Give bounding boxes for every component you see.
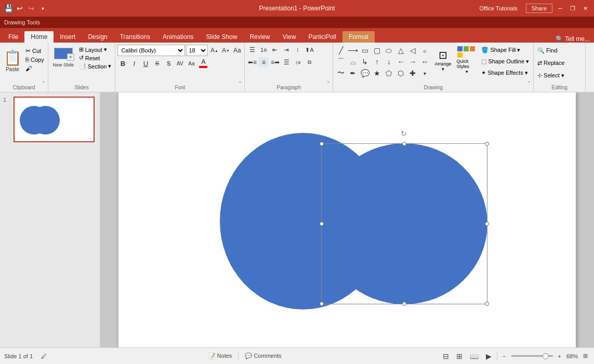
handle-tl[interactable] [320,142,324,146]
handle-ml[interactable] [320,222,324,226]
tab-home[interactable]: Home [24,31,54,43]
handle-br[interactable] [485,302,489,306]
rounded-rect-btn[interactable]: ▢ [371,45,382,56]
callout-btn[interactable]: 💬 [359,68,371,79]
tab-slideshow[interactable]: Slide Show [200,31,243,43]
decrease-indent-btn[interactable]: ⇤ [270,45,280,55]
paragraph-expand-icon[interactable]: ⌄ [326,78,331,84]
tab-file[interactable]: File [2,31,24,43]
comments-btn[interactable]: 💬 Comments [243,352,283,360]
larrow-btn[interactable]: ← [395,56,406,68]
new-slide-btn[interactable]: + New Slide [50,45,76,76]
select-btn[interactable]: ⊹ Select▾ [536,70,566,81]
dbarrow-btn[interactable]: ↔ [419,56,430,68]
columns-btn[interactable]: ⫶ [293,45,303,55]
scribble-btn[interactable]: ✒ [347,68,359,79]
more-shapes-btn[interactable]: ▾ [419,68,430,79]
decrease-font-btn[interactable]: A▼ [220,45,231,56]
shape-fill-btn[interactable]: 🪣 Shape Fill▾ [479,45,531,55]
shape-outline-btn[interactable]: ⬚ Shape Outline▾ [479,56,531,66]
restore-btn[interactable]: ❐ [568,4,577,13]
shape-effects-btn[interactable]: ✦ Shape Effects▾ [479,68,531,78]
slide-sorter-btn[interactable]: ⊞ [454,351,465,361]
change-case-btn[interactable]: Aa [186,58,196,69]
notes-btn[interactable]: 📝 Notes [206,352,234,360]
quick-styles-btn[interactable]: Quick Styles ▾ [455,45,478,76]
tab-format[interactable]: Format [342,31,375,43]
zoom-slider[interactable] [511,352,553,360]
normal-view-btn[interactable]: ⊟ [441,351,451,361]
tab-insert[interactable]: Insert [54,31,82,43]
strikethrough-btn[interactable]: S [152,58,162,69]
shadow-btn[interactable]: S [163,58,174,69]
align-center-btn[interactable]: ≡ [258,57,269,68]
arc-shape-btn[interactable]: ⌓ [347,56,359,68]
format-painter-btn[interactable]: 🖌 [24,64,46,73]
align-left-btn[interactable]: ⬅≡ [247,57,257,68]
text-direction-btn[interactable]: ⬆A [304,45,314,55]
zoom-in-btn[interactable]: + [556,352,563,360]
smart-art-btn[interactable]: ⧉ [304,57,314,68]
line-spacing-btn[interactable]: ↕≡ [293,57,303,68]
font-name-select[interactable]: Calibri (Body) [117,45,185,56]
office-tutorials-btn[interactable]: Office Tutorials [474,4,522,12]
cut-btn[interactable]: ✂ Cut [24,47,46,55]
increase-indent-btn[interactable]: ⇥ [281,45,292,55]
customize-quick-access-icon[interactable]: ▾ [38,4,47,12]
font-size-select[interactable]: 18 [186,45,208,56]
fit-slide-btn[interactable]: ⊞ [581,352,590,360]
increase-font-btn[interactable]: A▲ [209,45,219,56]
minimize-btn[interactable]: ─ [556,4,565,13]
handle-tm[interactable] [402,142,406,146]
save-icon[interactable]: 💾 [4,4,12,12]
pentagon-btn[interactable]: ⬠ [383,68,394,79]
numbering-btn[interactable]: 1≡ [258,45,269,55]
paste-btn[interactable]: 📋 Paste [2,45,23,76]
hexagon-btn[interactable]: ⬡ [395,68,406,79]
handle-tr[interactable] [485,142,489,146]
tab-design[interactable]: Design [82,31,113,43]
arrow-shape-btn[interactable]: ⟶ [347,45,359,56]
tab-transitions[interactable]: Transitions [114,31,156,43]
zoom-out-btn[interactable]: − [500,352,508,360]
handle-bl[interactable] [320,302,324,306]
italic-btn[interactable]: I [129,58,139,69]
slide-canvas[interactable]: ↻ [118,92,576,347]
reset-btn[interactable]: ↺ Reset [77,54,113,62]
drawing-expand-icon[interactable]: ⌄ [527,78,531,84]
line-shape-btn[interactable]: ╱ [335,45,347,56]
handle-bm[interactable] [402,302,406,306]
notes-accessibility-btn[interactable]: 🖊 [39,352,49,360]
clipboard-expand-icon[interactable]: ⌄ [42,78,46,84]
font-color-btn[interactable]: A [197,58,209,69]
uarrow-btn[interactable]: ↑ [371,56,382,68]
underline-btn[interactable]: U [140,58,151,69]
rotate-handle[interactable]: ↻ [401,129,408,137]
find-btn[interactable]: 🔍 Find [536,45,559,56]
bent-arrow-btn[interactable]: ↳ [359,56,371,68]
tab-view[interactable]: View [276,31,302,43]
tab-participoll[interactable]: ParticiPoll [302,31,342,43]
close-btn[interactable]: ✕ [580,4,590,13]
freeform-btn[interactable]: 〜 [335,68,347,79]
arrange-btn[interactable]: ⊡ Arrange ▾ [431,45,454,76]
layout-btn[interactable]: ⊞ Layout▾ [77,46,113,53]
bullets-btn[interactable]: ☰ [247,45,257,55]
slideshow-btn[interactable]: ▶ [484,351,494,361]
section-btn[interactable]: 📑 Section▾ [77,62,113,70]
rect-shape-btn[interactable]: ▭ [359,45,371,56]
rarrow-btn[interactable]: → [407,56,418,68]
handle-mr[interactable] [485,222,489,226]
copy-btn[interactable]: ⎘ Copy [24,56,46,64]
darrow-btn[interactable]: ↓ [383,56,394,68]
align-right-btn[interactable]: ≡➡ [270,57,280,68]
clear-formatting-btn[interactable]: Aa [232,45,242,56]
triangle-shape-btn[interactable]: △ [395,45,406,56]
oval-shape-btn[interactable]: ⬭ [383,45,394,56]
diamond-shape-btn[interactable]: ⬦ [419,45,430,56]
cross-btn[interactable]: ✚ [407,68,418,79]
tell-me-input[interactable]: 🔍 Tell me... [556,35,590,43]
tab-animations[interactable]: Animations [156,31,200,43]
undo-icon[interactable]: ↩ [16,4,24,12]
star-btn[interactable]: ★ [371,68,382,79]
